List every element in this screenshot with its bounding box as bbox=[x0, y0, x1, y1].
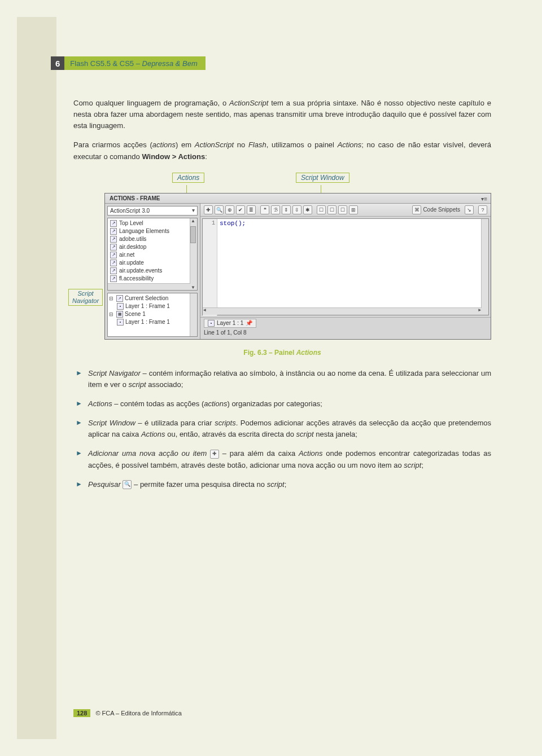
frame-icon: • bbox=[208, 320, 215, 327]
expand-button[interactable]: ⇳ bbox=[292, 205, 301, 214]
script-navigator-tree[interactable]: ⊟↗Current Selection •Layer 1 : Frame 1 ⊟… bbox=[107, 293, 198, 337]
panel-menu-icon[interactable]: ▾≡ bbox=[481, 196, 487, 202]
frame-icon: • bbox=[117, 303, 124, 310]
code-content: stop(); bbox=[203, 219, 488, 227]
script-window-column: ✚ 🔍 ⊕ ✔ ≣ ❝ ℬ ⇕ ⇳ bbox=[200, 204, 491, 339]
actions-category-tree[interactable]: ↗Top Level ↗Language Elements ↗adobe.uti… bbox=[107, 218, 198, 291]
page-number: 128 bbox=[73, 709, 90, 717]
code-editor[interactable]: 1 stop(); bbox=[202, 218, 489, 315]
left-margin-strip bbox=[17, 17, 56, 739]
help-button[interactable]: ? bbox=[478, 205, 487, 214]
check-syntax-button[interactable]: ✔ bbox=[236, 205, 245, 214]
figure-callouts: Actions Script Window bbox=[73, 170, 491, 193]
add-item-button[interactable]: ✚ bbox=[204, 205, 213, 214]
script-assist-button[interactable]: ↘ bbox=[465, 205, 474, 214]
collapse-button[interactable]: ⇕ bbox=[282, 205, 291, 214]
pin-button[interactable]: ⊞ bbox=[349, 205, 358, 214]
book-icon: ↗ bbox=[110, 228, 117, 235]
collapse-icon[interactable]: ⊟ bbox=[109, 311, 115, 317]
script-toolbar: ✚ 🔍 ⊕ ✔ ≣ ❝ ℬ ⇕ ⇳ bbox=[200, 204, 491, 217]
book-icon: ↗ bbox=[110, 267, 117, 274]
balloon3-button[interactable]: ☐ bbox=[338, 205, 347, 214]
frame-icon: • bbox=[117, 319, 124, 326]
editor-horizontal-scrollbar[interactable] bbox=[203, 307, 482, 315]
panel-body: ActionScript 3.0 ↗Top Level ↗Language El… bbox=[105, 204, 491, 339]
book-page: 6 Flash CS5.5 & CS5 – Depressa & Bem Com… bbox=[0, 0, 542, 756]
code-hint-button[interactable]: ❝ bbox=[260, 205, 269, 214]
figure-caption: Fig. 6.3 – Painel Actions bbox=[73, 349, 491, 357]
find-button[interactable]: 🔍 bbox=[215, 205, 224, 214]
bullet-script-navigator: Script Navigator – contém informação rel… bbox=[73, 368, 491, 390]
panel-titlebar[interactable]: ACTIONS - FRAME ▾≡ bbox=[105, 194, 491, 204]
page-footer: 128 © FCA – Editora de Informática bbox=[73, 710, 182, 717]
bullet-actions: Actions – contém todas as acções (action… bbox=[73, 398, 491, 410]
cursor-status: Line 1 of 1, Col 8 bbox=[204, 329, 487, 336]
actionscript-version-dropdown[interactable]: ActionScript 3.0 bbox=[107, 206, 198, 216]
book-icon: ↗ bbox=[110, 244, 117, 250]
comment-button[interactable]: ✱ bbox=[303, 205, 312, 214]
scrollbar-handle[interactable] bbox=[190, 226, 196, 243]
book-icon: ↗ bbox=[110, 275, 117, 282]
bullet-script-window: Script Window – é utilizada para criar s… bbox=[73, 417, 491, 440]
callout-script-window: Script Window bbox=[296, 173, 349, 183]
tree-vertical-scrollbar[interactable] bbox=[190, 218, 197, 290]
nav-vertical-scrollbar[interactable] bbox=[190, 293, 197, 336]
balloon-button[interactable]: ☐ bbox=[317, 205, 326, 214]
scene-icon: ▦ bbox=[116, 311, 123, 318]
editor-vertical-scrollbar[interactable] bbox=[481, 219, 488, 315]
content-column: Como qualquer linguagem de programação, … bbox=[73, 90, 491, 498]
script-tab[interactable]: •Layer 1 : 1📌 bbox=[204, 319, 256, 328]
line-number-gutter: 1 bbox=[203, 219, 217, 316]
pin-icon[interactable]: 📌 bbox=[246, 320, 252, 326]
panel-title: ACTIONS - FRAME bbox=[110, 195, 160, 201]
target-button[interactable]: ⊕ bbox=[225, 205, 234, 214]
paragraph-2: Para criarmos acções (actions) em Action… bbox=[73, 139, 491, 162]
callout-actions: Actions bbox=[172, 173, 204, 183]
paragraph-1: Como qualquer linguagem de programação, … bbox=[73, 98, 491, 131]
chapter-tab: 6 Flash CS5.5 & CS5 – Depressa & Bem bbox=[51, 56, 206, 70]
figure-panel-wrap: Script Navigator ACTIONS - FRAME ▾≡ Acti… bbox=[73, 193, 491, 340]
actions-panel: ACTIONS - FRAME ▾≡ ActionScript 3.0 ↗Top… bbox=[104, 193, 491, 340]
book-icon: ↗ bbox=[110, 220, 117, 227]
code-snippets-button[interactable]: ⌘Code Snippets bbox=[412, 205, 460, 214]
page-body: 6 Flash CS5.5 & CS5 – Depressa & Bem Com… bbox=[17, 17, 525, 739]
snippets-icon: ⌘ bbox=[412, 205, 421, 214]
callout-script-navigator: Script Navigator bbox=[68, 289, 103, 306]
tree-horizontal-scrollbar[interactable] bbox=[108, 283, 190, 290]
book-icon: ↗ bbox=[110, 236, 117, 243]
collapse-icon[interactable]: ⊟ bbox=[109, 296, 115, 301]
book-icon: ↗ bbox=[110, 252, 117, 258]
auto-format-button[interactable]: ≣ bbox=[247, 205, 256, 214]
book-icon: ↗ bbox=[110, 260, 117, 266]
bullet-search: Pesquisar 🔍 – permite fazer uma pesquisa… bbox=[73, 479, 491, 490]
chapter-title: Flash CS5.5 & CS5 – Depressa & Bem bbox=[64, 59, 205, 68]
debug-button[interactable]: ℬ bbox=[271, 205, 280, 214]
description-list: Script Navigator – contém informação rel… bbox=[73, 368, 491, 490]
balloon2-button[interactable]: ☐ bbox=[327, 205, 336, 214]
add-item-icon: ✚ bbox=[210, 450, 219, 459]
publisher-credit: © FCA – Editora de Informática bbox=[95, 710, 181, 717]
editor-footer: •Layer 1 : 1📌 Line 1 of 1, Col 8 bbox=[200, 317, 491, 339]
selection-icon: ↗ bbox=[116, 295, 123, 302]
chapter-number: 6 bbox=[51, 56, 64, 70]
search-icon: 🔍 bbox=[123, 480, 132, 489]
actions-left-column: ActionScript 3.0 ↗Top Level ↗Language El… bbox=[105, 204, 200, 339]
bullet-add-action: Adicionar uma nova acção ou item ✚ – par… bbox=[73, 448, 491, 471]
